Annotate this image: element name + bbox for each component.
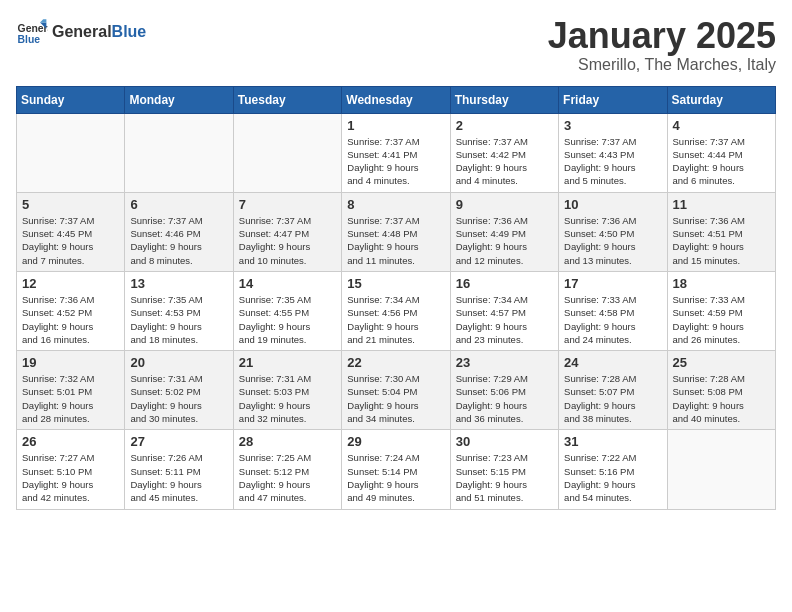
day-info: Sunrise: 7:37 AM Sunset: 4:44 PM Dayligh…	[673, 135, 770, 188]
calendar-cell: 13Sunrise: 7:35 AM Sunset: 4:53 PM Dayli…	[125, 271, 233, 350]
calendar-cell: 3Sunrise: 7:37 AM Sunset: 4:43 PM Daylig…	[559, 113, 667, 192]
day-info: Sunrise: 7:36 AM Sunset: 4:51 PM Dayligh…	[673, 214, 770, 267]
calendar-cell: 4Sunrise: 7:37 AM Sunset: 4:44 PM Daylig…	[667, 113, 775, 192]
day-number: 8	[347, 197, 444, 212]
day-info: Sunrise: 7:37 AM Sunset: 4:42 PM Dayligh…	[456, 135, 553, 188]
day-number: 13	[130, 276, 227, 291]
day-number: 27	[130, 434, 227, 449]
logo: General Blue GeneralBlue	[16, 16, 146, 48]
calendar-cell	[233, 113, 341, 192]
calendar-cell: 23Sunrise: 7:29 AM Sunset: 5:06 PM Dayli…	[450, 351, 558, 430]
calendar-cell: 5Sunrise: 7:37 AM Sunset: 4:45 PM Daylig…	[17, 192, 125, 271]
day-number: 2	[456, 118, 553, 133]
calendar-cell: 26Sunrise: 7:27 AM Sunset: 5:10 PM Dayli…	[17, 430, 125, 509]
day-info: Sunrise: 7:34 AM Sunset: 4:57 PM Dayligh…	[456, 293, 553, 346]
day-info: Sunrise: 7:32 AM Sunset: 5:01 PM Dayligh…	[22, 372, 119, 425]
calendar-cell: 7Sunrise: 7:37 AM Sunset: 4:47 PM Daylig…	[233, 192, 341, 271]
day-info: Sunrise: 7:29 AM Sunset: 5:06 PM Dayligh…	[456, 372, 553, 425]
calendar-cell: 6Sunrise: 7:37 AM Sunset: 4:46 PM Daylig…	[125, 192, 233, 271]
calendar-cell: 2Sunrise: 7:37 AM Sunset: 4:42 PM Daylig…	[450, 113, 558, 192]
day-number: 21	[239, 355, 336, 370]
calendar-week-row: 12Sunrise: 7:36 AM Sunset: 4:52 PM Dayli…	[17, 271, 776, 350]
day-info: Sunrise: 7:37 AM Sunset: 4:41 PM Dayligh…	[347, 135, 444, 188]
day-number: 11	[673, 197, 770, 212]
day-number: 6	[130, 197, 227, 212]
day-number: 18	[673, 276, 770, 291]
calendar-cell: 27Sunrise: 7:26 AM Sunset: 5:11 PM Dayli…	[125, 430, 233, 509]
day-info: Sunrise: 7:33 AM Sunset: 4:59 PM Dayligh…	[673, 293, 770, 346]
day-number: 23	[456, 355, 553, 370]
day-info: Sunrise: 7:24 AM Sunset: 5:14 PM Dayligh…	[347, 451, 444, 504]
calendar-subtitle: Smerillo, The Marches, Italy	[548, 56, 776, 74]
day-number: 28	[239, 434, 336, 449]
calendar-cell: 12Sunrise: 7:36 AM Sunset: 4:52 PM Dayli…	[17, 271, 125, 350]
calendar-cell: 20Sunrise: 7:31 AM Sunset: 5:02 PM Dayli…	[125, 351, 233, 430]
day-info: Sunrise: 7:36 AM Sunset: 4:52 PM Dayligh…	[22, 293, 119, 346]
day-number: 25	[673, 355, 770, 370]
svg-marker-3	[40, 19, 46, 22]
svg-text:Blue: Blue	[18, 34, 41, 45]
day-info: Sunrise: 7:34 AM Sunset: 4:56 PM Dayligh…	[347, 293, 444, 346]
page-header: General Blue GeneralBlue January 2025 Sm…	[16, 16, 776, 74]
day-number: 7	[239, 197, 336, 212]
day-number: 1	[347, 118, 444, 133]
day-number: 29	[347, 434, 444, 449]
calendar-cell: 8Sunrise: 7:37 AM Sunset: 4:48 PM Daylig…	[342, 192, 450, 271]
day-info: Sunrise: 7:28 AM Sunset: 5:08 PM Dayligh…	[673, 372, 770, 425]
day-number: 16	[456, 276, 553, 291]
weekday-header: Tuesday	[233, 86, 341, 113]
calendar-cell: 9Sunrise: 7:36 AM Sunset: 4:49 PM Daylig…	[450, 192, 558, 271]
calendar-cell: 28Sunrise: 7:25 AM Sunset: 5:12 PM Dayli…	[233, 430, 341, 509]
day-info: Sunrise: 7:36 AM Sunset: 4:49 PM Dayligh…	[456, 214, 553, 267]
day-info: Sunrise: 7:33 AM Sunset: 4:58 PM Dayligh…	[564, 293, 661, 346]
calendar-cell: 30Sunrise: 7:23 AM Sunset: 5:15 PM Dayli…	[450, 430, 558, 509]
day-info: Sunrise: 7:35 AM Sunset: 4:55 PM Dayligh…	[239, 293, 336, 346]
day-number: 31	[564, 434, 661, 449]
day-number: 4	[673, 118, 770, 133]
calendar-title: January 2025	[548, 16, 776, 56]
day-number: 26	[22, 434, 119, 449]
calendar-cell: 11Sunrise: 7:36 AM Sunset: 4:51 PM Dayli…	[667, 192, 775, 271]
calendar-week-row: 1Sunrise: 7:37 AM Sunset: 4:41 PM Daylig…	[17, 113, 776, 192]
day-info: Sunrise: 7:30 AM Sunset: 5:04 PM Dayligh…	[347, 372, 444, 425]
day-info: Sunrise: 7:26 AM Sunset: 5:11 PM Dayligh…	[130, 451, 227, 504]
day-number: 20	[130, 355, 227, 370]
day-info: Sunrise: 7:36 AM Sunset: 4:50 PM Dayligh…	[564, 214, 661, 267]
logo-icon: General Blue	[16, 16, 48, 48]
calendar-week-row: 26Sunrise: 7:27 AM Sunset: 5:10 PM Dayli…	[17, 430, 776, 509]
day-number: 24	[564, 355, 661, 370]
day-number: 15	[347, 276, 444, 291]
weekday-header: Monday	[125, 86, 233, 113]
calendar-cell: 15Sunrise: 7:34 AM Sunset: 4:56 PM Dayli…	[342, 271, 450, 350]
day-number: 19	[22, 355, 119, 370]
calendar-cell	[125, 113, 233, 192]
day-info: Sunrise: 7:37 AM Sunset: 4:48 PM Dayligh…	[347, 214, 444, 267]
day-number: 9	[456, 197, 553, 212]
calendar-cell: 19Sunrise: 7:32 AM Sunset: 5:01 PM Dayli…	[17, 351, 125, 430]
day-number: 3	[564, 118, 661, 133]
calendar-cell	[667, 430, 775, 509]
calendar-cell: 25Sunrise: 7:28 AM Sunset: 5:08 PM Dayli…	[667, 351, 775, 430]
weekday-header: Friday	[559, 86, 667, 113]
calendar-week-row: 5Sunrise: 7:37 AM Sunset: 4:45 PM Daylig…	[17, 192, 776, 271]
day-number: 30	[456, 434, 553, 449]
day-number: 10	[564, 197, 661, 212]
day-info: Sunrise: 7:28 AM Sunset: 5:07 PM Dayligh…	[564, 372, 661, 425]
calendar-week-row: 19Sunrise: 7:32 AM Sunset: 5:01 PM Dayli…	[17, 351, 776, 430]
calendar-cell: 1Sunrise: 7:37 AM Sunset: 4:41 PM Daylig…	[342, 113, 450, 192]
calendar-cell: 22Sunrise: 7:30 AM Sunset: 5:04 PM Dayli…	[342, 351, 450, 430]
day-info: Sunrise: 7:37 AM Sunset: 4:45 PM Dayligh…	[22, 214, 119, 267]
day-info: Sunrise: 7:25 AM Sunset: 5:12 PM Dayligh…	[239, 451, 336, 504]
calendar-cell: 21Sunrise: 7:31 AM Sunset: 5:03 PM Dayli…	[233, 351, 341, 430]
day-number: 22	[347, 355, 444, 370]
calendar-cell: 31Sunrise: 7:22 AM Sunset: 5:16 PM Dayli…	[559, 430, 667, 509]
day-info: Sunrise: 7:35 AM Sunset: 4:53 PM Dayligh…	[130, 293, 227, 346]
calendar-cell: 16Sunrise: 7:34 AM Sunset: 4:57 PM Dayli…	[450, 271, 558, 350]
calendar-cell: 17Sunrise: 7:33 AM Sunset: 4:58 PM Dayli…	[559, 271, 667, 350]
day-number: 12	[22, 276, 119, 291]
calendar-cell: 14Sunrise: 7:35 AM Sunset: 4:55 PM Dayli…	[233, 271, 341, 350]
calendar-cell	[17, 113, 125, 192]
calendar-cell: 29Sunrise: 7:24 AM Sunset: 5:14 PM Dayli…	[342, 430, 450, 509]
day-info: Sunrise: 7:22 AM Sunset: 5:16 PM Dayligh…	[564, 451, 661, 504]
calendar-cell: 10Sunrise: 7:36 AM Sunset: 4:50 PM Dayli…	[559, 192, 667, 271]
